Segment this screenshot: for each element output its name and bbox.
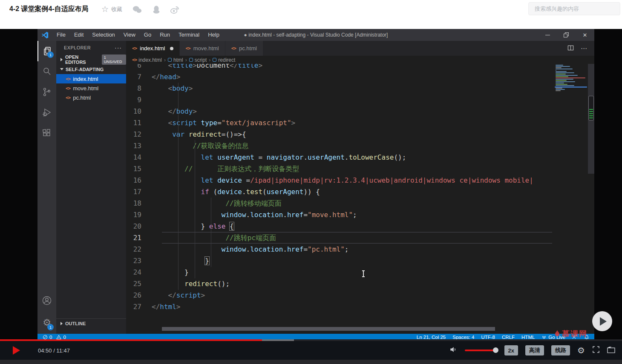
line-number: 17 (126, 186, 152, 198)
close-icon[interactable]: ✕ (576, 29, 594, 41)
settings-gear-icon[interactable]: ⚙ 1 (37, 311, 56, 334)
line-number: 13 (126, 140, 152, 152)
player-settings-gear-icon[interactable]: ⚙ (577, 346, 585, 355)
menu-run[interactable]: Run (156, 29, 174, 41)
breadcrumb-item-index.html[interactable]: <>index.html (132, 57, 162, 63)
code-line-9: 9 (126, 94, 554, 106)
unsaved-dot-icon (170, 47, 173, 50)
tab-label: pc.html (239, 45, 257, 52)
split-editor-icon[interactable] (567, 45, 574, 52)
page-title: 4-2 课堂案例4-自适应布局 (9, 5, 89, 14)
minimize-icon[interactable] (538, 29, 557, 41)
favorite-button[interactable]: ☆ 收藏 (101, 5, 122, 13)
explorer-title: EXPLORER (64, 45, 91, 50)
run-debug-icon[interactable] (37, 102, 56, 123)
menu-help[interactable]: Help (204, 29, 223, 41)
code-line-14: 14 let userAgent = navigator.userAgent.t… (126, 152, 554, 163)
source-control-icon[interactable] (37, 82, 56, 102)
volume-slider[interactable] (465, 350, 497, 351)
code-line-23: 23 } (126, 255, 554, 267)
vscode-logo-icon (41, 32, 49, 39)
breadcrumb-label: html (173, 57, 183, 63)
route-button[interactable]: 线路 (551, 345, 570, 355)
folder-section[interactable]: SELF-ADAPTING (56, 64, 126, 74)
window-title: ● index.html - self-adapting - Visual St… (244, 32, 388, 38)
code-line-15: 15 // 正则表达式，判断设备类型 (126, 163, 554, 175)
play-button[interactable] (13, 346, 20, 355)
code-line-6: 6 <title>Document</title> (126, 64, 554, 71)
code-line-16: 16 let device =/ipad|iphone|midp|rv:1.2.… (126, 175, 554, 186)
code-editor[interactable]: 6 <title>Document</title>7</head>8 <body… (126, 64, 594, 334)
line-number: 21 (126, 232, 152, 244)
search-icon[interactable] (37, 61, 56, 82)
restore-icon[interactable] (557, 29, 576, 41)
time-display: 04:50 / 11:47 (38, 347, 70, 354)
breadcrumb-item-html[interactable]: html (168, 57, 183, 63)
file-list: <>index.html<>move.html<>pc.html (56, 74, 126, 102)
menu-edit[interactable]: Edit (70, 29, 87, 41)
line-number: 22 (126, 244, 152, 255)
menu-view[interactable]: View (120, 29, 139, 41)
line-number: 7 (126, 71, 152, 83)
open-editors-section[interactable]: OPEN EDITORS 1 UNSAVED (56, 54, 126, 64)
breadcrumb-separator: › (185, 57, 187, 63)
volume-knob[interactable] (493, 347, 498, 353)
file-item-pc.html[interactable]: <>pc.html (56, 93, 126, 102)
line-number: 9 (126, 94, 152, 106)
outline-section[interactable]: OUTLINE (56, 318, 126, 328)
method-symbol-icon (213, 58, 216, 62)
weibo-icon[interactable] (170, 5, 180, 14)
html-file-icon: <> (132, 57, 137, 63)
file-item-move.html[interactable]: <>move.html (56, 83, 126, 93)
breadcrumb-label: script (195, 57, 207, 63)
line-number: 24 (126, 267, 152, 278)
file-item-index.html[interactable]: <>index.html (56, 74, 126, 83)
editor-more-icon[interactable]: ⋯ (581, 45, 587, 52)
fullscreen-icon[interactable] (592, 346, 600, 355)
minimap[interactable] (555, 65, 587, 103)
wechat-icon[interactable] (132, 5, 142, 14)
theater-mode-icon[interactable] (607, 346, 615, 355)
qq-icon[interactable] (151, 5, 161, 14)
scrollbar-thumb[interactable] (588, 96, 594, 120)
menu-go[interactable]: Go (140, 29, 155, 41)
html-file-icon: <> (66, 86, 70, 91)
tab-bar: <>index.html<>move.html<>pc.html ⋯ (126, 41, 594, 56)
code-line-12: 12 var redirect=()=>{ (126, 129, 554, 140)
explorer-icon[interactable]: 1 (37, 41, 56, 61)
html-file-icon: <> (66, 76, 70, 82)
tab-index.html[interactable]: <>index.html (126, 41, 179, 56)
code-line-11: 11 <script type="text/javascript"> (126, 117, 554, 129)
line-number: 16 (126, 175, 152, 186)
overlay-play-button[interactable] (592, 311, 612, 331)
explorer-more-icon[interactable]: ··· (115, 44, 122, 51)
html-file-icon: <> (231, 46, 236, 51)
line-number: 8 (126, 83, 152, 94)
horizontal-scrollbar[interactable] (162, 327, 495, 331)
site-watermark: 慕课网 (554, 329, 587, 339)
player-bottom-strip (0, 360, 622, 364)
code-line-7: 7</head> (126, 71, 554, 83)
menu-selection[interactable]: Selection (88, 29, 118, 41)
flame-icon (554, 330, 561, 338)
mouse-cursor (363, 271, 364, 277)
code-line-26: 26 </script> (126, 289, 554, 301)
tab-label: move.html (193, 45, 219, 52)
menu-terminal[interactable]: Terminal (175, 29, 203, 41)
breadcrumb-label: redirect (218, 57, 235, 63)
speed-button[interactable]: 2x (504, 345, 518, 355)
extensions-icon[interactable] (37, 123, 56, 143)
quality-button[interactable]: 高清 (525, 345, 544, 355)
tab-move.html[interactable]: <>move.html (180, 41, 225, 56)
menu-file[interactable]: File (53, 29, 69, 41)
settings-badge: 1 (47, 324, 54, 330)
breadcrumb-item-redirect[interactable]: redirect (213, 57, 235, 63)
account-icon[interactable] (37, 290, 56, 311)
volume-icon[interactable] (449, 345, 458, 355)
search-input[interactable] (528, 2, 620, 15)
activity-bar: 1 ⚙ 1 (37, 41, 56, 334)
code-line-18: 18 //跳转移动端页面 (126, 198, 554, 209)
file-name: pc.html (73, 95, 91, 101)
tab-pc.html[interactable]: <>pc.html (225, 41, 263, 56)
breadcrumb-item-script[interactable]: script (189, 57, 207, 63)
